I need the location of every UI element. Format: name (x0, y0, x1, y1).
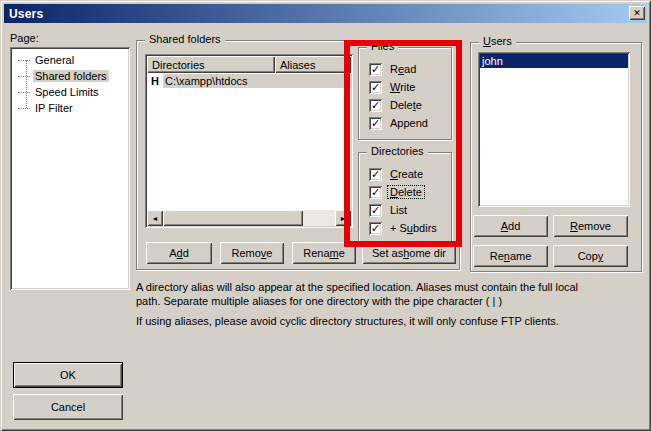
list-item-user[interactable]: john (480, 54, 628, 68)
directories-listview[interactable]: Directories Aliases H C:\xampp\htdocs ◄ … (145, 54, 353, 228)
sidebar-item-general[interactable]: General (10, 52, 130, 68)
alias-warning-line: If using aliases, please avoid cyclic di… (136, 314, 636, 328)
tree-connector (18, 76, 30, 77)
listview-header: Directories Aliases (147, 56, 351, 73)
scroll-left-icon[interactable]: ◄ (147, 210, 163, 226)
shared-folders-group-label: Shared folders (145, 33, 225, 45)
users-group-label: Users (479, 35, 516, 47)
add-user-button[interactable]: Add (473, 215, 548, 237)
tree-connector (18, 92, 30, 93)
write-label: Write (388, 81, 417, 93)
directory-path: C:\xampp\htdocs (163, 74, 351, 88)
users-dialog: Users ✕ Page: General Shared folders Spe… (0, 0, 651, 431)
list-label: List (388, 204, 409, 216)
subdirs-checkbox[interactable]: ✓ (369, 222, 382, 235)
tree-connector (18, 60, 30, 61)
table-row[interactable]: H C:\xampp\htdocs (147, 73, 351, 88)
rename-user-button[interactable]: Rename (473, 245, 548, 267)
close-icon[interactable]: ✕ (629, 6, 645, 20)
sidebar-item-shared-folders[interactable]: Shared folders (10, 68, 130, 84)
files-group: Files ✓ Read ✓ Write ✓ Delete ✓ Append (358, 47, 452, 140)
tree-item-label: Shared folders (33, 70, 109, 82)
create-label: Create (388, 168, 425, 180)
horizontal-scrollbar[interactable]: ◄ ► (147, 210, 351, 226)
add-directory-button[interactable]: Add (146, 242, 212, 264)
read-checkbox[interactable]: ✓ (369, 63, 382, 76)
rename-directory-button[interactable]: Rename (292, 242, 356, 264)
create-checkbox-row[interactable]: ✓ Create (369, 165, 447, 183)
read-label: Read (388, 63, 418, 75)
scrollbar-thumb[interactable] (163, 210, 303, 226)
tree-connector (18, 108, 30, 109)
column-header-aliases[interactable]: Aliases (275, 56, 351, 73)
listview-body: H C:\xampp\htdocs (147, 73, 351, 210)
write-checkbox-row[interactable]: ✓ Write (369, 78, 447, 96)
ok-button[interactable]: OK (13, 362, 123, 388)
page-label: Page: (10, 32, 39, 44)
sidebar-item-ip-filter[interactable]: IP Filter (10, 100, 130, 116)
write-checkbox[interactable]: ✓ (369, 81, 382, 94)
subdirs-checkbox-row[interactable]: ✓ + Subdirs (369, 219, 447, 237)
directories-group: Directories ✓ Create ✓ Delete ✓ List ✓ +… (358, 152, 452, 242)
window-title: Users (9, 7, 43, 21)
remove-user-button[interactable]: Remove (553, 215, 628, 237)
append-label: Append (388, 117, 430, 129)
column-header-directories[interactable]: Directories (147, 56, 275, 73)
scroll-right-icon[interactable]: ► (335, 210, 351, 226)
delete-dir-checkbox[interactable]: ✓ (369, 186, 382, 199)
tree-item-label: Speed Limits (33, 86, 101, 98)
copy-user-button[interactable]: Copy (553, 245, 628, 267)
tree-item-label: IP Filter (33, 102, 75, 114)
set-as-home-dir-button[interactable]: Set as home dir (362, 242, 456, 264)
delete-dir-checkbox-row[interactable]: ✓ Delete (369, 183, 447, 201)
list-checkbox[interactable]: ✓ (369, 204, 382, 217)
sidebar-item-speed-limits[interactable]: Speed Limits (10, 84, 130, 100)
directories-group-label: Directories (367, 145, 428, 157)
tree-item-label: General (33, 54, 76, 66)
subdirs-label: + Subdirs (388, 222, 439, 234)
remove-directory-button[interactable]: Remove (220, 242, 284, 264)
alias-description-line: A directory alias will also appear at th… (136, 280, 636, 294)
files-group-label: Files (367, 40, 398, 52)
cancel-button[interactable]: Cancel (13, 394, 123, 420)
create-checkbox[interactable]: ✓ (369, 168, 382, 181)
titlebar[interactable]: Users ✕ (4, 4, 647, 23)
page-tree: General Shared folders Speed Limits IP F… (10, 47, 130, 290)
read-checkbox-row[interactable]: ✓ Read (369, 60, 447, 78)
alias-description-line: path. Separate multiple aliases for one … (136, 294, 636, 308)
users-listbox[interactable]: john (478, 52, 630, 207)
home-flag: H (147, 75, 163, 87)
delete-file-label: Delete (388, 99, 424, 111)
delete-dir-label: Delete (388, 186, 424, 198)
delete-file-checkbox-row[interactable]: ✓ Delete (369, 96, 447, 114)
delete-file-checkbox[interactable]: ✓ (369, 99, 382, 112)
list-checkbox-row[interactable]: ✓ List (369, 201, 447, 219)
append-checkbox[interactable]: ✓ (369, 117, 382, 130)
append-checkbox-row[interactable]: ✓ Append (369, 114, 447, 132)
scrollbar-track[interactable] (303, 210, 335, 226)
